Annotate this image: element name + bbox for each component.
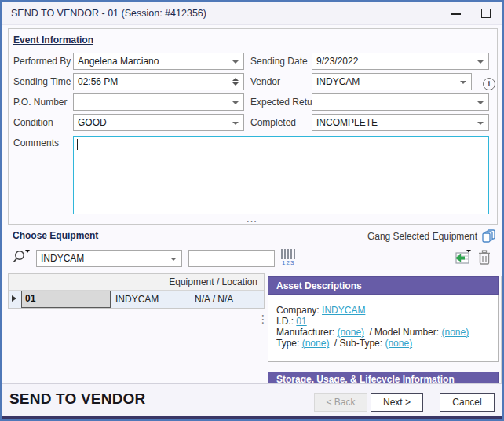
window-title: SEND TO VENDOR - 01 (Session: #412356) (11, 8, 206, 19)
wizard-title: SEND TO VENDOR (9, 390, 145, 408)
type-link[interactable]: (none) (302, 338, 330, 349)
chevron-down-icon (477, 101, 484, 104)
chevron-down-icon (25, 250, 30, 253)
search-icon[interactable] (12, 249, 31, 268)
id-line: I.D.: 01 (276, 316, 498, 327)
completed-value: INCOMPLETE (316, 117, 378, 128)
id-label: I.D.: (276, 316, 294, 327)
vendor-label: Vendor (250, 73, 280, 90)
equipment-location-header[interactable]: Equipment / Location (169, 276, 257, 287)
type-line: Type: (none) / Sub-Type: (none) (276, 338, 498, 349)
send-to-vendor-dialog: SEND TO VENDOR - 01 (Session: #412356) E… (0, 0, 504, 421)
equipment-filter-value: INDYCAM (41, 253, 84, 264)
maximize-button[interactable] (474, 2, 498, 25)
chevron-down-icon (232, 101, 239, 104)
barcode-bars (281, 249, 297, 259)
equipment-table-header[interactable]: Equipment / Location (9, 274, 264, 291)
vendor-value: INDYCAM (316, 76, 360, 87)
equipment-filter-combobox[interactable]: INDYCAM (36, 250, 182, 267)
condition-label: Condition (13, 114, 53, 131)
model-number-link[interactable]: (none) (441, 327, 469, 338)
spin-down-icon[interactable] (232, 82, 239, 86)
barcode-scan-input[interactable] (188, 250, 275, 267)
expected-return-label: Expected Return (250, 93, 320, 111)
minimize-button[interactable] (444, 2, 468, 25)
company-label: Company: (276, 305, 320, 316)
sending-time-spinner[interactable]: 02:56 PM (73, 73, 244, 90)
company-link[interactable]: INDYCAM (322, 305, 365, 316)
equipment-location-cell: N/A / N/A (195, 294, 233, 305)
cancel-button[interactable]: Cancel (440, 393, 495, 412)
performed-by-combobox[interactable]: Angelena Marciano (73, 53, 244, 70)
completed-label: Completed (250, 114, 296, 131)
row-selector-cell[interactable] (9, 291, 20, 308)
event-information-section: Event Information Performed By Angelena … (8, 28, 498, 225)
vendor-combobox[interactable]: INDYCAM (312, 73, 472, 90)
gang-stack-icon[interactable] (482, 229, 496, 243)
splitter-handle[interactable]: ... (2, 215, 502, 225)
id-link[interactable]: 01 (296, 316, 306, 327)
manufacturer-line: Manufacturer: (none) / Model Number: (no… (276, 327, 498, 338)
sending-date-label: Sending Date (250, 53, 308, 70)
performed-by-label: Performed By (13, 53, 71, 70)
chevron-down-icon (232, 122, 239, 125)
equipment-company-cell: INDYCAM (115, 294, 159, 305)
chevron-down-icon (460, 81, 466, 84)
chevron-down-icon (477, 60, 484, 64)
comments-label: Comments (13, 134, 59, 152)
sending-date-combobox[interactable]: 9/23/2022 (312, 53, 489, 70)
po-number-label: P.O. Number (13, 93, 67, 111)
asset-descriptions-header: Asset Descriptions (268, 276, 499, 295)
bottom-accent-strip (2, 416, 502, 419)
model-number-label: / Model Number: (369, 327, 439, 338)
minimize-icon (451, 13, 461, 15)
condition-combobox[interactable]: GOOD (73, 114, 244, 131)
row-selector-column (9, 274, 20, 291)
chevron-down-icon (477, 122, 484, 125)
comments-textarea[interactable] (73, 136, 489, 214)
next-button[interactable]: Next > (371, 393, 423, 412)
table-row[interactable]: 01 INDYCAM N/A / N/A (9, 291, 264, 308)
equipment-table: Equipment / Location 01 INDYCAM N/A / N/… (8, 273, 265, 309)
chevron-down-icon (170, 258, 177, 261)
spin-up-icon[interactable] (232, 78, 239, 81)
barcode-icon[interactable]: 123 (281, 248, 298, 267)
sending-time-value: 02:56 PM (78, 76, 118, 87)
back-button[interactable]: < Back (314, 393, 367, 412)
panel-gutter (501, 276, 502, 386)
sending-date-value: 9/23/2022 (316, 56, 358, 67)
chevron-down-icon (232, 60, 239, 64)
panel-resize-handle[interactable]: ⋮ (257, 317, 268, 322)
condition-value: GOOD (78, 117, 107, 128)
subtype-label: / Sub-Type: (334, 338, 382, 349)
asset-descriptions-panel: Asset Descriptions Company: INDYCAM I.D.… (268, 276, 499, 362)
event-information-title: Event Information (13, 35, 93, 46)
row-selector-icon (12, 295, 16, 302)
footer-bar: SEND TO VENDOR < Back Next > Cancel (2, 383, 502, 416)
delete-icon[interactable] (477, 249, 491, 266)
manufacturer-link[interactable]: (none) (337, 327, 364, 338)
performed-by-value: Angelena Marciano (78, 56, 159, 67)
po-number-combobox[interactable] (73, 93, 244, 111)
choose-equipment-title: Choose Equipment (13, 230, 98, 241)
subtype-link[interactable]: (none) (385, 338, 412, 349)
manufacturer-label: Manufacturer: (276, 327, 334, 338)
gang-selected-equipment-label: Gang Selected Equipment (367, 231, 477, 242)
company-line: Company: INDYCAM (276, 305, 498, 316)
expected-return-combobox[interactable] (312, 93, 489, 111)
asset-descriptions-body: Company: INDYCAM I.D.: 01 Manufacturer: … (268, 295, 499, 362)
sending-time-label: Sending Time (13, 73, 71, 90)
equipment-id-cell[interactable]: 01 (21, 291, 111, 308)
text-caret (77, 139, 78, 150)
info-icon[interactable]: i (483, 78, 495, 90)
title-bar[interactable]: SEND TO VENDOR - 01 (Session: #412356) (2, 2, 502, 25)
add-to-grid-icon[interactable] (455, 248, 473, 267)
barcode-digits: 123 (282, 259, 294, 266)
type-label: Type: (276, 338, 299, 349)
maximize-icon (481, 9, 491, 18)
completed-combobox[interactable]: INCOMPLETE (312, 114, 489, 131)
